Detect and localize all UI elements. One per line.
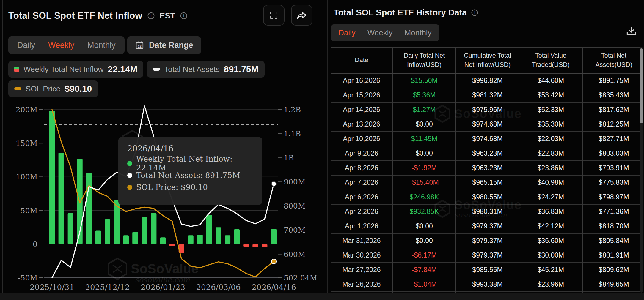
cell-date: Apr 15,2026 xyxy=(331,88,393,102)
bar-weekly-net-inflow[interactable] xyxy=(243,244,249,247)
page-left-edge xyxy=(2,0,3,300)
table-row[interactable]: Apr 16,2026$15.50M$996.82M$44.60M$891.75… xyxy=(331,73,640,88)
table-row[interactable]: Apr 1,2026$0.00$979.37M$42.12M$818.70M xyxy=(331,219,640,233)
cell-date: Apr 14,2026 xyxy=(331,102,393,117)
tab-monthly[interactable]: Monthly xyxy=(87,41,116,50)
right-axis-label: 1.1B xyxy=(284,130,301,138)
white-dot-icon xyxy=(127,173,132,178)
table-row[interactable]: Apr 10,2026$11.45M$974.68M$22.03M$827.71… xyxy=(331,132,640,146)
cell-cumulative: $985.55M xyxy=(456,263,519,277)
bar-weekly-net-inflow[interactable] xyxy=(114,200,120,244)
fullscreen-button[interactable] xyxy=(263,5,285,26)
bar-weekly-net-inflow[interactable] xyxy=(151,213,156,244)
download-button[interactable] xyxy=(624,24,638,39)
legend-label: Weekly Total Net Inflow xyxy=(23,65,103,74)
cell-net-assets: $818.70M xyxy=(582,219,640,233)
table-row[interactable]: Mar 26,2026-$1.04M$993.38M$23.96M$849.65… xyxy=(331,277,640,292)
cell-traded: $30.00M xyxy=(519,248,582,263)
cell-date: Apr 16,2026 xyxy=(331,73,393,88)
bar-weekly-net-inflow[interactable] xyxy=(68,213,73,244)
chart-period-tabs: Daily Weekly Monthly xyxy=(8,36,125,54)
table-scrollbar-thumb[interactable] xyxy=(640,48,643,123)
bar-weekly-net-inflow[interactable] xyxy=(252,244,258,247)
cell-traded: $44.60M xyxy=(519,73,582,88)
date-range-button[interactable]: 12 Date Range xyxy=(127,36,201,54)
share-button[interactable] xyxy=(291,5,312,26)
x-axis-label: 2026/03/06 xyxy=(196,283,241,292)
share-icon xyxy=(297,10,307,20)
bar-weekly-net-inflow[interactable] xyxy=(77,159,83,244)
cell-traded: $23.86M xyxy=(519,161,582,175)
cell-traded: $22.83M xyxy=(519,146,582,161)
bar-weekly-net-inflow[interactable] xyxy=(95,231,101,244)
info-icon[interactable]: i xyxy=(147,12,155,20)
legend-value: $90.10 xyxy=(65,84,92,94)
tooltip-date: 2026/04/16 xyxy=(127,144,253,153)
table-row[interactable]: Mar 30,2026-$6.17M$979.37M$30.00M$801.91… xyxy=(331,248,640,263)
bar-weekly-net-inflow[interactable] xyxy=(49,111,55,244)
table-row[interactable]: Apr 14,2026$1.27M$975.96M$52.33M$817.62M xyxy=(331,102,640,117)
cell-net-assets: $798.97M xyxy=(582,190,640,204)
table-row[interactable]: Apr 9,2026$0.00$963.23M$22.83M$803.03M xyxy=(331,146,640,161)
legend-label: SOL Price xyxy=(26,84,61,94)
bar-weekly-net-inflow[interactable] xyxy=(86,173,92,244)
bar-weekly-net-inflow[interactable] xyxy=(105,219,110,244)
cell-cumulative: $993.38M xyxy=(456,277,519,292)
cell-daily-inflow: $5.36M xyxy=(393,88,456,102)
cell-daily-inflow: $0.00 xyxy=(393,219,456,233)
table-row[interactable]: Apr 8,2026-$1.92M$963.23M$23.86M$793.91M xyxy=(331,161,640,175)
right-axis-label: 700M xyxy=(284,226,305,234)
bar-weekly-net-inflow[interactable] xyxy=(234,229,240,244)
tab-daily[interactable]: Daily xyxy=(17,41,35,50)
info-icon[interactable]: i xyxy=(471,9,478,16)
legend-sol-price[interactable]: SOL Price $90.10 xyxy=(8,80,98,97)
bar-weekly-net-inflow[interactable] xyxy=(160,237,166,244)
bar-weekly-net-inflow[interactable] xyxy=(59,153,64,244)
cell-date: Apr 8,2026 xyxy=(331,161,393,175)
tab-daily[interactable]: Daily xyxy=(338,28,356,37)
date-range-label: Date Range xyxy=(149,41,193,50)
legend-total-net-assets[interactable]: Total Net Assets 891.75M xyxy=(147,61,264,78)
cell-date: Apr 10,2026 xyxy=(331,132,393,146)
cell-net-assets: $812.25M xyxy=(582,117,640,132)
tooltip-row: Weekly Total Net Inflow: 22.14M xyxy=(127,157,253,169)
bar-weekly-net-inflow[interactable] xyxy=(197,235,203,244)
tab-weekly[interactable]: Weekly xyxy=(48,41,74,50)
bar-weekly-net-inflow[interactable] xyxy=(142,217,147,244)
table-row[interactable]: Apr 13,2026$0.00$974.68M$35.30M$812.25M xyxy=(331,117,640,132)
info-icon[interactable]: i xyxy=(180,12,188,20)
cell-date: Apr 1,2026 xyxy=(331,219,393,233)
bar-weekly-net-inflow[interactable] xyxy=(179,244,184,253)
table-row[interactable]: Mar 31,2026$0.00$979.37M$36.60M$805.84M xyxy=(331,233,640,248)
column-header: Cumulative Total Net Inflow(USD) xyxy=(456,48,519,73)
table-row[interactable]: Apr 2,2026$932.85K$980.31M$36.83M$771.36… xyxy=(331,204,640,219)
bar-weekly-net-inflow[interactable] xyxy=(225,235,230,244)
table-row[interactable]: Apr 15,2026$5.36M$981.32M$53.42M$835.43M xyxy=(331,88,640,102)
table-row[interactable]: Mar 27,2026-$7.84M$985.55M$45.21M$809.62… xyxy=(331,263,640,277)
bar-weekly-net-inflow[interactable] xyxy=(216,227,221,244)
cell-net-assets: $805.84M xyxy=(582,233,640,248)
bar-weekly-net-inflow[interactable] xyxy=(132,232,138,244)
bar-weekly-net-inflow[interactable] xyxy=(123,235,129,244)
cell-daily-inflow: -$1.92M xyxy=(393,161,456,175)
svg-text:12: 12 xyxy=(138,44,142,48)
tab-monthly[interactable]: Monthly xyxy=(405,28,432,37)
table-row[interactable]: Apr 7,2026-$15.40M$965.15M$40.98M$775.83… xyxy=(331,175,640,190)
right-axis-label: 600M xyxy=(284,250,305,259)
bar-weekly-net-inflow[interactable] xyxy=(169,244,175,246)
cell-traded: $53.42M xyxy=(519,88,582,102)
bar-weekly-net-inflow[interactable] xyxy=(188,235,194,244)
cell-traded: $24.27M xyxy=(519,190,582,204)
bar-weekly-net-inflow[interactable] xyxy=(262,244,267,247)
tab-weekly[interactable]: Weekly xyxy=(367,28,393,37)
x-axis-label: 2025/12/12 xyxy=(85,283,130,292)
cell-traded: $42.12M xyxy=(519,219,582,233)
left-axis-label: 100M xyxy=(16,173,37,181)
cell-cumulative: $980.55M xyxy=(456,190,519,204)
bar-weekly-net-inflow[interactable] xyxy=(271,229,277,244)
cell-date: Apr 7,2026 xyxy=(331,175,393,190)
legend-weekly-net-inflow[interactable]: Weekly Total Net Inflow 22.14M xyxy=(8,61,143,78)
table-row[interactable]: Apr 6,2026$246.98K$980.55M$24.27M$798.97… xyxy=(331,190,640,204)
cell-daily-inflow: $932.85K xyxy=(393,204,456,219)
bar-weekly-net-inflow[interactable] xyxy=(206,215,212,244)
